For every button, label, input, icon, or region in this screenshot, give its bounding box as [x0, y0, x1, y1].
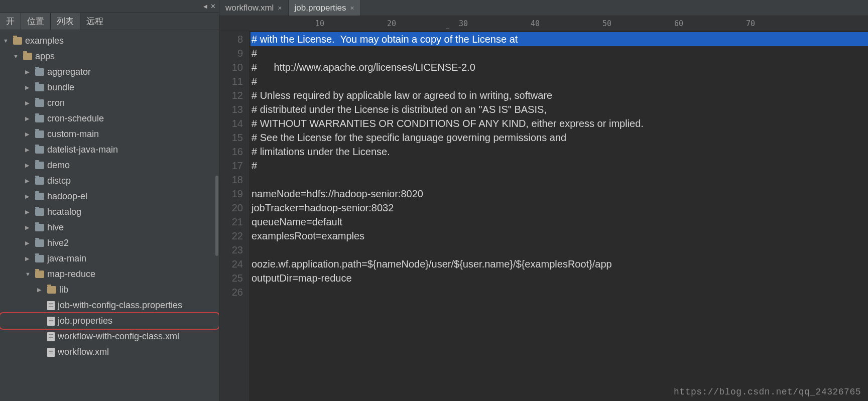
- line-number: 14: [219, 116, 243, 130]
- tree-item-aggregator[interactable]: ▶aggregator: [0, 64, 219, 80]
- line-number: 17: [219, 159, 243, 173]
- line-number: 10: [219, 60, 243, 74]
- chevron-right-icon[interactable]: ▶: [25, 80, 32, 95]
- tree-item-label: job.properties: [58, 313, 112, 329]
- chevron-down-icon[interactable]: ▼: [13, 49, 20, 64]
- tree-item-label: lib: [59, 282, 68, 298]
- tree-item-examples[interactable]: ▼examples: [0, 33, 219, 49]
- tree-item-label: cron-schedule: [47, 111, 104, 126]
- tree-item-distcp[interactable]: ▶distcp: [0, 173, 219, 189]
- chevron-right-icon[interactable]: ▶: [37, 282, 44, 298]
- code-line[interactable]: # distributed under the License is distr…: [251, 102, 868, 116]
- chevron-right-icon[interactable]: ▶: [25, 111, 32, 126]
- code-lines[interactable]: # with the License. You may obtain a cop…: [249, 31, 868, 401]
- chevron-right-icon[interactable]: ▶: [25, 126, 32, 142]
- tree-item-cron-schedule[interactable]: ▶cron-schedule: [0, 111, 219, 126]
- code-line[interactable]: #: [251, 74, 868, 88]
- tree-item-job-properties[interactable]: job.properties: [0, 313, 219, 329]
- close-x-icon[interactable]: ✕: [210, 3, 216, 10]
- tree-item-cron[interactable]: ▶cron: [0, 95, 219, 111]
- code-line[interactable]: # http://www.apache.org/licenses/LICENSE…: [251, 60, 868, 74]
- file-tree[interactable]: ▼examples▼apps▶aggregator▶bundle▶cron▶cr…: [0, 30, 219, 401]
- sidebar-tab-2[interactable]: 列表: [51, 13, 80, 30]
- chevron-right-icon[interactable]: ▶: [25, 64, 32, 80]
- code-line[interactable]: # limitations under the License.: [251, 145, 868, 159]
- chevron-right-icon[interactable]: ▶: [25, 95, 32, 111]
- code-line[interactable]: jobTracker=hadoop-senior:8032: [251, 201, 868, 215]
- code-line[interactable]: [251, 285, 868, 299]
- folder-icon: [35, 130, 44, 138]
- tree-item-workflow-with-config-class-xml[interactable]: workflow-with-config-class.xml: [0, 329, 219, 344]
- chevron-right-icon[interactable]: ▶: [25, 220, 32, 235]
- line-number: 22: [219, 229, 243, 243]
- code-line[interactable]: queueName=default: [251, 215, 868, 229]
- close-icon[interactable]: ×: [278, 4, 282, 12]
- tree-item-demo[interactable]: ▶demo: [0, 158, 219, 173]
- chevron-right-icon[interactable]: ▶: [25, 204, 32, 220]
- folder-icon: [35, 255, 44, 262]
- code-line[interactable]: oozie.wf.application.path=${nameNode}/us…: [251, 257, 868, 271]
- ruler-mark: 10: [315, 19, 324, 28]
- line-number: 23: [219, 243, 243, 257]
- close-icon[interactable]: ×: [350, 4, 354, 12]
- chevron-right-icon[interactable]: ▶: [25, 189, 32, 204]
- tree-item-label: hive: [47, 220, 64, 235]
- line-number: 8: [219, 32, 243, 46]
- chevron-right-icon[interactable]: ▶: [25, 158, 32, 173]
- code-line[interactable]: outputDir=map-reduce: [251, 271, 868, 285]
- code-area[interactable]: 891011121314151617181920212223242526 # w…: [219, 31, 868, 401]
- code-line[interactable]: # Unless required by applicable law or a…: [251, 88, 868, 102]
- tree-item-label: examples: [25, 33, 64, 49]
- chevron-right-icon[interactable]: ▶: [25, 142, 32, 158]
- sidebar-tab-1[interactable]: 位置: [21, 13, 51, 30]
- folder-icon: [35, 193, 44, 200]
- watermark-text: https://blog.csdn.net/qq_24326765: [674, 387, 861, 397]
- chevron-right-icon[interactable]: ▶: [25, 251, 32, 266]
- tree-item-apps[interactable]: ▼apps: [0, 49, 219, 64]
- scrollbar-thumb[interactable]: [215, 176, 218, 256]
- tree-item-datelist-java-main[interactable]: ▶datelist-java-main: [0, 142, 219, 158]
- tree-item-hive2[interactable]: ▶hive2: [0, 235, 219, 251]
- code-line[interactable]: # WITHOUT WARRANTIES OR CONDITIONS OF AN…: [251, 116, 868, 130]
- tree-item-label: java-main: [47, 251, 86, 266]
- tree-item-custom-main[interactable]: ▶custom-main: [0, 126, 219, 142]
- code-line[interactable]: examplesRoot=examples: [251, 229, 868, 243]
- code-line[interactable]: [251, 243, 868, 257]
- tree-item-hcatalog[interactable]: ▶hcatalog: [0, 204, 219, 220]
- sidebar-tab-3[interactable]: 远程: [80, 13, 109, 30]
- code-line[interactable]: nameNode=hdfs://hadoop-senior:8020: [251, 187, 868, 201]
- editor-tab-job-properties[interactable]: job.properties×: [289, 0, 361, 16]
- chevron-right-icon[interactable]: ▶: [25, 235, 32, 251]
- folder-icon: [35, 177, 44, 185]
- sidebar-panel: ◀ ✕ 开 位置 列表 远程 ▼examples▼apps▶aggregator…: [0, 0, 219, 401]
- code-line[interactable]: #: [251, 46, 868, 60]
- editor-tab-label: workflow.xml: [225, 3, 274, 13]
- tree-item-lib[interactable]: ▶lib: [0, 282, 219, 298]
- tree-item-workflow-xml[interactable]: workflow.xml: [0, 344, 219, 360]
- code-line[interactable]: # with the License. You may obtain a cop…: [251, 32, 868, 46]
- tree-item-map-reduce[interactable]: ▼map-reduce: [0, 266, 219, 282]
- tree-item-java-main[interactable]: ▶java-main: [0, 251, 219, 266]
- tree-item-bundle[interactable]: ▶bundle: [0, 80, 219, 95]
- ruler-mark: 70: [746, 19, 755, 28]
- tree-item-hive[interactable]: ▶hive: [0, 220, 219, 235]
- triangle-left-icon[interactable]: ◀: [203, 4, 207, 9]
- tree-item-hadoop-el[interactable]: ▶hadoop-el: [0, 189, 219, 204]
- folder-icon: [35, 68, 44, 76]
- sidebar-tab-0[interactable]: 开: [0, 13, 21, 30]
- editor-tab-label: job.properties: [295, 3, 346, 13]
- chevron-right-icon[interactable]: ▶: [25, 173, 32, 189]
- code-line[interactable]: [251, 173, 868, 187]
- editor-tab-workflow-xml[interactable]: workflow.xml×: [219, 0, 289, 16]
- tree-item-label: apps: [35, 49, 55, 64]
- chevron-down-icon[interactable]: ▼: [25, 266, 32, 282]
- code-line[interactable]: #: [251, 159, 868, 173]
- ruler-mark: 60: [674, 19, 683, 28]
- file-icon: [47, 301, 55, 310]
- chevron-down-icon[interactable]: ▼: [3, 33, 10, 49]
- line-number: 18: [219, 173, 243, 187]
- editor-panel: workflow.xml×job.properties× 10203040506…: [219, 0, 868, 401]
- tree-item-job-with-config-class-properties[interactable]: job-with-config-class.properties: [0, 298, 219, 313]
- code-line[interactable]: # See the License for the specific langu…: [251, 130, 868, 145]
- tree-item-label: workflow-with-config-class.xml: [58, 329, 179, 344]
